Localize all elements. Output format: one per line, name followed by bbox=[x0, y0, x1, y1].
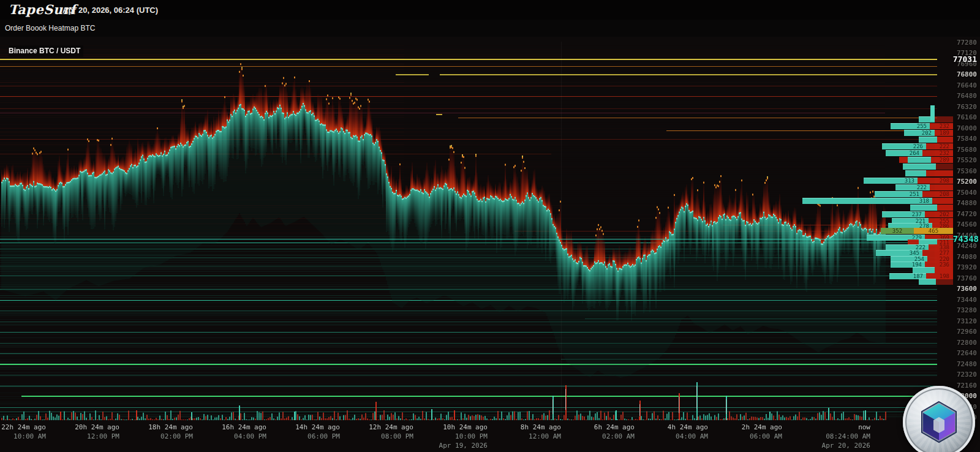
time-tick: 10h 24m ago10:00 PMApr 19, 2026 bbox=[439, 423, 488, 450]
cube-logo-icon bbox=[918, 399, 960, 445]
tapesurf-app: TapeSurf Apr 20, 2026, 06:24 (UTC) Order… bbox=[0, 0, 980, 452]
time-tick: 6h 24m ago02:00 AM bbox=[594, 423, 635, 441]
time-tick: 22h 24m ago10:00 AM bbox=[1, 423, 46, 441]
price-tick: 73440 bbox=[934, 296, 977, 304]
price-tick: 76320 bbox=[934, 103, 977, 111]
price-tick: 76000 bbox=[934, 124, 977, 132]
time-tick: 8h 24m ago12:00 AM bbox=[521, 423, 561, 441]
time-tick: 20h 24m ago12:00 PM bbox=[75, 423, 119, 441]
price-tick: 76800 bbox=[934, 70, 977, 78]
price-tick: 73760 bbox=[934, 274, 977, 282]
price-tick: 73600 bbox=[934, 285, 977, 293]
time-tick: now08:24:00 AMApr 20, 2026 bbox=[822, 423, 870, 450]
top-header-bar: TapeSurf Apr 20, 2026, 06:24 (UTC) bbox=[0, 0, 980, 20]
price-tick: 72320 bbox=[934, 371, 977, 379]
time-tick: 12h 24m ago08:00 PM bbox=[369, 423, 413, 441]
price-tick: 74880 bbox=[934, 199, 977, 207]
price-tick: 76640 bbox=[934, 81, 977, 89]
time-tick: 16h 24m ago04:00 PM bbox=[222, 423, 266, 441]
highlighted-price-label: 77031 bbox=[928, 55, 977, 64]
sub-header-bar: Order Boook Heatmap BTC bbox=[0, 20, 980, 37]
time-tick: 4h 24m ago04:00 AM bbox=[668, 423, 708, 441]
price-tick: 75520 bbox=[934, 156, 977, 164]
price-tick: 72480 bbox=[934, 360, 977, 368]
price-tick: 75040 bbox=[934, 189, 977, 197]
page-title: Order Boook Heatmap BTC bbox=[5, 24, 95, 32]
price-tick: 76160 bbox=[934, 113, 977, 121]
time-tick: 2h 24m ago06:00 AM bbox=[742, 423, 782, 441]
price-tick: 73280 bbox=[934, 306, 977, 314]
time-tick: 18h 24m ago02:00 PM bbox=[148, 423, 193, 441]
price-tick: 75200 bbox=[934, 178, 977, 186]
orderbook-heatmap-chart: Binance BTC / USDT 772807712076960768007… bbox=[0, 37, 980, 452]
price-tick: 72640 bbox=[934, 349, 977, 357]
price-tick: 74560 bbox=[934, 220, 977, 228]
price-tick: 75680 bbox=[934, 146, 977, 154]
price-tick: 74080 bbox=[934, 253, 977, 261]
price-tick: 76480 bbox=[934, 92, 977, 100]
utc-timestamp: Apr 20, 2026, 06:24 (UTC) bbox=[62, 6, 158, 15]
current-price-label: 74348 bbox=[927, 234, 979, 244]
tapesurf-coin-logo bbox=[903, 386, 975, 452]
price-tick: 72960 bbox=[934, 328, 977, 336]
price-tick: 75360 bbox=[934, 167, 977, 175]
price-tick: 77280 bbox=[934, 39, 977, 47]
symbol-label: Binance BTC / USDT bbox=[9, 45, 83, 57]
price-tick: 72800 bbox=[934, 339, 977, 347]
price-tick: 73120 bbox=[934, 317, 977, 325]
orderbook-heatmap-canvas[interactable] bbox=[0, 37, 980, 452]
price-tick: 75840 bbox=[934, 135, 977, 143]
price-tick: 73920 bbox=[934, 263, 977, 271]
price-tick: 74720 bbox=[934, 210, 977, 218]
time-tick: 14h 24m ago06:00 PM bbox=[295, 423, 340, 441]
